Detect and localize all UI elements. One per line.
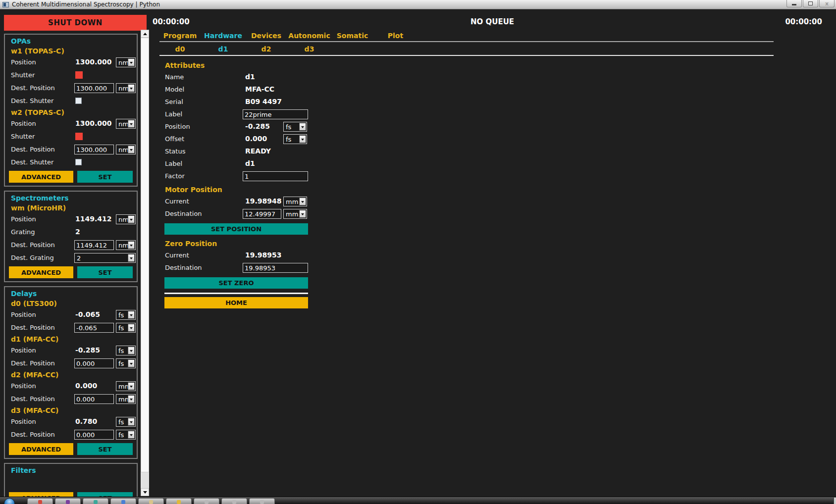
dest-position-label: Dest. Position bbox=[11, 84, 55, 92]
tab-devices[interactable]: Devices bbox=[245, 31, 288, 41]
dest-position-unit-select[interactable]: nm bbox=[116, 145, 136, 154]
tab-hardware[interactable]: Hardware bbox=[202, 31, 245, 41]
row-current: Current19.98953 bbox=[149, 250, 327, 262]
tab-autonomic[interactable]: Autonomic bbox=[288, 31, 331, 41]
set-position-button[interactable]: SET POSITION bbox=[164, 223, 308, 235]
dest-position-unit-select[interactable]: fs bbox=[116, 430, 136, 440]
dest-position-input[interactable] bbox=[74, 145, 114, 154]
chevron-down-icon[interactable] bbox=[128, 382, 135, 390]
destination-input[interactable] bbox=[243, 263, 308, 273]
minimize-button[interactable] bbox=[786, 0, 802, 7]
offset-value: 0.000 bbox=[245, 135, 267, 143]
chevron-down-icon[interactable] bbox=[299, 210, 306, 218]
chevron-down-icon[interactable] bbox=[128, 418, 135, 426]
dest-position-input[interactable] bbox=[74, 323, 114, 333]
taskbar-app-button[interactable] bbox=[166, 498, 192, 504]
device-tab-d1[interactable]: d1 bbox=[202, 44, 245, 54]
row-dest-position: Dest. Positionnm bbox=[5, 143, 137, 156]
chevron-down-icon[interactable] bbox=[128, 58, 135, 66]
position-unit-select[interactable]: fs bbox=[116, 417, 136, 427]
taskbar-app-button[interactable] bbox=[110, 498, 136, 504]
current-unit-select[interactable]: mm bbox=[283, 197, 307, 206]
dest-shutter-checkbox[interactable] bbox=[75, 159, 82, 165]
destination-unit-select[interactable]: mm bbox=[283, 209, 307, 219]
dest-position-input[interactable] bbox=[74, 394, 114, 404]
taskbar-app-button[interactable] bbox=[249, 498, 275, 504]
device-tab-d3[interactable]: d3 bbox=[288, 44, 331, 54]
position-unit-select-value: fs bbox=[118, 418, 124, 426]
device-tab-d2[interactable]: d2 bbox=[245, 44, 288, 54]
chevron-down-icon[interactable] bbox=[128, 254, 135, 262]
taskbar-app-button[interactable] bbox=[221, 498, 247, 504]
chevron-down-icon[interactable] bbox=[128, 241, 135, 249]
position-unit-select[interactable]: nm bbox=[116, 57, 136, 67]
spectrometers-heading: Spectrometers bbox=[5, 193, 137, 203]
scrollbar-thumb[interactable] bbox=[141, 38, 149, 472]
taskbar-app-button[interactable] bbox=[55, 498, 81, 504]
home-button[interactable]: HOME bbox=[164, 297, 308, 308]
position-unit-select[interactable]: fs bbox=[116, 310, 136, 320]
position-unit-select[interactable]: fs bbox=[283, 122, 307, 132]
set-button[interactable]: SET bbox=[77, 171, 133, 183]
advanced-button[interactable]: ADVANCED bbox=[9, 266, 73, 278]
chevron-down-icon[interactable] bbox=[128, 146, 135, 153]
destination-input[interactable] bbox=[243, 209, 281, 219]
set-zero-button[interactable]: SET ZERO bbox=[164, 277, 308, 289]
dest-position-input[interactable] bbox=[74, 83, 114, 93]
chevron-down-icon[interactable] bbox=[128, 84, 135, 92]
set-button[interactable]: SET bbox=[77, 266, 133, 278]
scroll-down-icon[interactable] bbox=[141, 488, 149, 496]
app-gray-icon bbox=[260, 500, 264, 504]
advanced-button[interactable]: ADVANCED bbox=[9, 443, 73, 455]
dest-position-input[interactable] bbox=[74, 430, 114, 440]
dest-position-unit-select[interactable]: fs bbox=[116, 323, 136, 333]
chevron-down-icon[interactable] bbox=[128, 311, 135, 319]
chevron-down-icon[interactable] bbox=[299, 135, 306, 143]
position-unit-select[interactable]: nm bbox=[116, 119, 136, 129]
offset-unit-select[interactable]: fs bbox=[283, 134, 307, 144]
chevron-down-icon[interactable] bbox=[299, 198, 306, 205]
close-button[interactable]: x bbox=[819, 0, 835, 7]
taskbar-app-button[interactable] bbox=[138, 498, 164, 504]
app-teal-icon bbox=[94, 500, 98, 504]
chevron-down-icon[interactable] bbox=[128, 215, 135, 223]
chevron-down-icon[interactable] bbox=[128, 120, 135, 128]
chevron-down-icon[interactable] bbox=[128, 347, 135, 354]
position-unit-select[interactable]: fs bbox=[116, 346, 136, 355]
taskbar-app-button[interactable] bbox=[27, 498, 53, 504]
chevron-down-icon[interactable] bbox=[128, 395, 135, 403]
chevron-down-icon[interactable] bbox=[299, 123, 306, 131]
dest-position-input[interactable] bbox=[74, 240, 114, 250]
advanced-button[interactable]: ADVANCED bbox=[9, 171, 73, 183]
show-desktop-button[interactable] bbox=[834, 498, 836, 504]
dest-position-unit-select[interactable]: fs bbox=[116, 358, 136, 368]
position-value: 1300.000 bbox=[75, 58, 112, 66]
restore-button[interactable] bbox=[803, 0, 818, 7]
tab-plot[interactable]: Plot bbox=[374, 31, 417, 41]
start-button-icon[interactable] bbox=[4, 498, 15, 504]
dest-position-unit-select[interactable]: mm bbox=[116, 394, 136, 404]
shut-down-button[interactable]: SHUT DOWN bbox=[4, 15, 147, 31]
dest-grating-select[interactable]: 2 bbox=[74, 253, 136, 263]
tab-program[interactable]: Program bbox=[158, 31, 202, 41]
sidebar-scrollbar[interactable] bbox=[141, 30, 149, 496]
dest-position-unit-select[interactable]: nm bbox=[116, 240, 136, 250]
label-input[interactable] bbox=[243, 109, 308, 119]
chevron-down-icon[interactable] bbox=[128, 359, 135, 367]
device-tab-d0[interactable]: d0 bbox=[158, 44, 202, 54]
dest-position-unit-select[interactable]: nm bbox=[116, 83, 136, 93]
group-w1-topas-c: w1 (TOPAS-C) bbox=[5, 46, 137, 56]
hardware-sidebar: OPAsw1 (TOPAS-C)Position1300.000nmShutte… bbox=[4, 34, 138, 504]
dest-position-input[interactable] bbox=[74, 358, 114, 368]
factor-input[interactable] bbox=[243, 171, 308, 181]
scroll-up-icon[interactable] bbox=[141, 30, 149, 38]
chevron-down-icon[interactable] bbox=[128, 324, 135, 332]
position-unit-select[interactable]: nm bbox=[116, 214, 136, 224]
dest-shutter-checkbox[interactable] bbox=[75, 98, 82, 104]
tab-somatic[interactable]: Somatic bbox=[331, 31, 374, 41]
position-unit-select[interactable]: mm bbox=[116, 381, 136, 391]
chevron-down-icon[interactable] bbox=[128, 431, 135, 439]
taskbar-app-button[interactable] bbox=[83, 498, 108, 504]
set-button[interactable]: SET bbox=[77, 443, 133, 455]
taskbar-app-button[interactable] bbox=[194, 498, 219, 504]
